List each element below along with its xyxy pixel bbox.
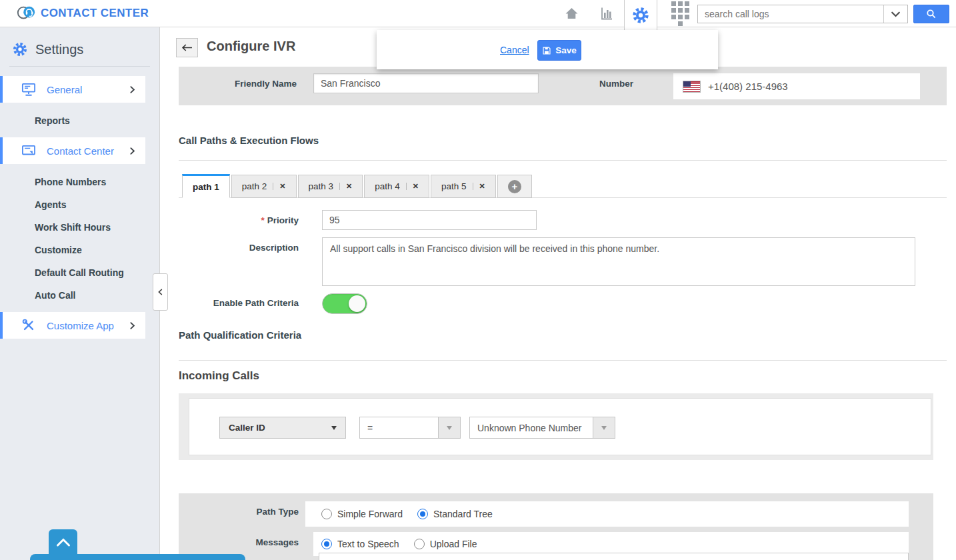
criteria-operator-value: = [360, 417, 438, 438]
chevron-right-icon [128, 85, 137, 95]
radio-upload-file[interactable]: Upload File [414, 539, 477, 549]
sidebar-divider [9, 66, 150, 67]
dialpad-grid [671, 1, 689, 26]
radio-label: Simple Forward [337, 509, 403, 519]
required-mark: * [261, 215, 264, 225]
caret-down-icon [601, 426, 607, 430]
close-icon[interactable]: ✕ [473, 183, 485, 190]
page-title: Configure IVR [207, 39, 295, 54]
chevron-up-icon [55, 537, 71, 547]
tab-path-1[interactable]: path 1 [182, 174, 230, 198]
tab-label: path 5 [441, 181, 467, 191]
sidebar-item-general[interactable]: General [0, 76, 145, 103]
close-icon[interactable]: ✕ [273, 183, 285, 190]
radio-icon [321, 509, 332, 519]
chevron-right-icon [128, 146, 137, 156]
caret-down-icon [331, 426, 337, 430]
brand-link[interactable]: CONTACT CENTER [16, 3, 149, 23]
friendly-name-input[interactable] [313, 73, 539, 93]
back-button[interactable] [176, 38, 198, 57]
path-qualification-heading: Path Qualification Criteria [179, 329, 301, 341]
criteria-row: Caller ID = Unknown Phone Number [189, 398, 931, 455]
app-root: CONTACT CENTER [0, 0, 956, 560]
sidebar-item-agents[interactable]: Agents [0, 195, 159, 215]
sidebar-item-auto-call[interactable]: Auto Call [0, 285, 159, 305]
sidebar-item-work-shift-hours[interactable]: Work Shift Hours [0, 217, 159, 237]
path-type-label: Path Type [179, 507, 299, 517]
sidebar-item-default-call-routing[interactable]: Default Call Routing [0, 263, 159, 283]
divider [179, 160, 947, 161]
path-tabs: path 1 path 2 ✕ path 3 ✕ path 4 ✕ path 5… [182, 174, 532, 198]
search-dropdown-toggle[interactable] [883, 5, 907, 23]
dialpad-icon[interactable] [668, 0, 692, 27]
arrow-left-icon [181, 43, 193, 52]
enable-path-criteria-toggle[interactable] [322, 293, 367, 314]
chevron-left-icon [157, 287, 164, 297]
phone-number-value: +1(408) 215-4963 [708, 81, 788, 92]
tab-path-5[interactable]: path 5 ✕ [431, 175, 496, 198]
sidebar-item-contact-center[interactable]: Contact Center [0, 137, 145, 164]
sidebar-item-customize-app[interactable]: Customize App [0, 312, 145, 339]
tab-label: path 1 [193, 182, 219, 192]
sidebar-collapse-handle[interactable] [153, 273, 168, 311]
description-label: Description [200, 243, 299, 253]
settings-sidebar: Settings General Reports [0, 27, 160, 560]
settings-gear-icon[interactable] [624, 0, 657, 30]
sidebar-item-reports[interactable]: Reports [0, 111, 159, 131]
close-icon[interactable]: ✕ [339, 183, 352, 190]
description-textarea[interactable]: All support calls in San Francisco divis… [322, 237, 915, 286]
criteria-value-value: Unknown Phone Number [470, 417, 593, 438]
sidebar-title-label: Settings [35, 42, 83, 57]
number-label: Number [597, 79, 633, 89]
search-input[interactable] [698, 5, 883, 23]
contact-center-icon [21, 145, 36, 157]
phone-number-display: +1(408) 215-4963 [673, 73, 920, 99]
criteria-field-select[interactable]: Caller ID [219, 417, 346, 439]
main-content: Configure IVR Friendly Name Number +1(40… [160, 27, 956, 560]
home-icon[interactable] [560, 0, 583, 27]
messages-label: Messages [179, 537, 299, 547]
add-path-button[interactable]: + [497, 175, 532, 198]
select-caret-box [593, 417, 615, 438]
path-type-options-row: Simple Forward Standard Tree [305, 501, 909, 527]
monitor-icon [21, 83, 36, 97]
priority-label: *Priority [200, 215, 299, 225]
criteria-value-select[interactable]: Unknown Phone Number [469, 417, 615, 439]
tab-path-3[interactable]: path 3 ✕ [298, 175, 363, 198]
minimized-panel-bar[interactable] [30, 554, 245, 560]
radio-standard-tree[interactable]: Standard Tree [417, 509, 493, 519]
radio-icon-selected [321, 539, 332, 549]
text-to-speech-input[interactable] [319, 553, 909, 560]
criteria-field-value: Caller ID [229, 423, 265, 433]
sidebar-item-label: General [47, 84, 82, 95]
call-paths-heading: Call Paths & Execution Flows [179, 135, 319, 146]
radio-icon-selected [417, 509, 428, 519]
incoming-calls-panel: Caller ID = Unknown Phone Number [179, 393, 933, 460]
magnifier-icon [925, 8, 937, 20]
radio-simple-forward[interactable]: Simple Forward [321, 509, 403, 519]
sidebar-item-phone-numbers[interactable]: Phone Numbers [0, 172, 159, 192]
save-button[interactable]: Save [537, 40, 581, 61]
sidebar-item-customize[interactable]: Customize [0, 240, 159, 260]
caret-down-icon [447, 426, 452, 430]
topbar: CONTACT CENTER [0, 0, 956, 27]
expand-panel-button[interactable] [49, 529, 77, 555]
tab-path-2[interactable]: path 2 ✕ [231, 175, 297, 198]
brand-name: CONTACT CENTER [41, 7, 149, 20]
bar-chart-icon[interactable] [595, 0, 618, 27]
priority-input[interactable] [322, 210, 537, 230]
friendly-name-label: Friendly Name [200, 79, 297, 89]
tab-label: path 2 [242, 181, 267, 191]
save-button-label: Save [555, 45, 577, 55]
criteria-operator-select[interactable]: = [359, 417, 461, 439]
radio-text-to-speech[interactable]: Text to Speech [321, 539, 399, 549]
tools-icon [21, 318, 36, 333]
chevron-right-icon [128, 321, 137, 331]
search-button[interactable] [913, 5, 949, 23]
tab-path-4[interactable]: path 4 ✕ [364, 175, 429, 198]
radio-label: Standard Tree [433, 509, 493, 519]
close-icon[interactable]: ✕ [406, 183, 419, 190]
action-panel: Cancel Save [377, 30, 718, 69]
headset-person-logo-icon [16, 3, 36, 23]
cancel-link[interactable]: Cancel [500, 45, 529, 55]
